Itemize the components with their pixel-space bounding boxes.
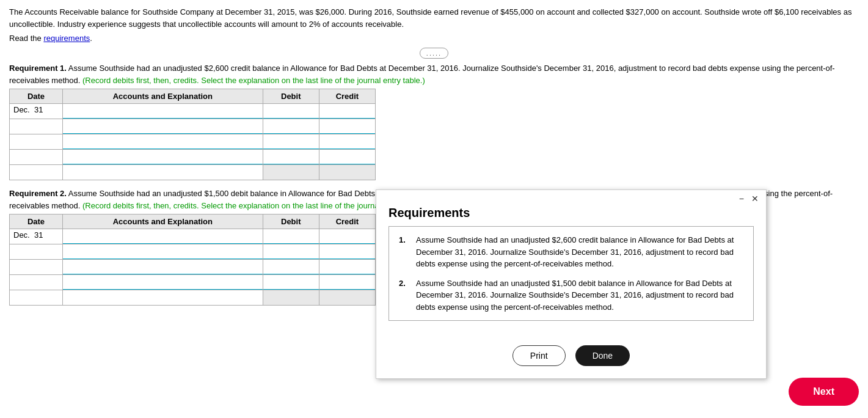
- req-num-1: 1.: [399, 234, 409, 270]
- modal-content: 1. Assume Southside had an unadjusted $2…: [376, 226, 766, 345]
- table2-acct-2: [63, 244, 263, 260]
- table1-debit-1: [263, 104, 319, 119]
- close-button[interactable]: ✕: [750, 194, 760, 204]
- print-button[interactable]: Print: [512, 345, 566, 366]
- journal-table-2: Date Accounts and Explanation Debit Cred…: [9, 214, 376, 306]
- table-row: Dec. 31: [10, 104, 376, 119]
- table2-credit-2: [319, 244, 375, 260]
- table1-date-empty-5: [10, 165, 63, 180]
- table1-acct-input-3[interactable]: [63, 134, 263, 149]
- table2-acct-4: [63, 275, 263, 290]
- table2-header-credit: Credit: [319, 215, 375, 229]
- table2-date-empty-5: [10, 290, 63, 306]
- modal-header: − ✕: [376, 190, 766, 204]
- minimize-button[interactable]: −: [738, 194, 745, 204]
- table-row: Dec. 31: [10, 229, 376, 244]
- table2-date-empty-2: [10, 244, 63, 260]
- req-text-1: Assume Southside had an unadjusted $2,60…: [416, 234, 743, 270]
- journal-table-1: Date Accounts and Explanation Debit Cred…: [9, 89, 376, 180]
- table2-debit-2: [263, 244, 319, 260]
- table2-date-empty-3: [10, 260, 63, 275]
- read-requirements-line: Read the requirements.: [9, 34, 859, 43]
- table2-header-accounts: Accounts and Explanation: [63, 215, 263, 229]
- requirement1-text: Requirement 1. Assume Southside had an u…: [9, 62, 858, 86]
- table1-header-date: Date: [10, 89, 63, 104]
- table1-credit-input-2[interactable]: [319, 119, 375, 134]
- table1-credit-3: [319, 134, 375, 150]
- table1-header-accounts: Accounts and Explanation: [63, 89, 263, 104]
- table2-credit-4: [319, 275, 375, 290]
- table1-debit-4: [263, 150, 319, 165]
- table1-debit-input-4[interactable]: [263, 150, 319, 164]
- table2-acct-input-5[interactable]: [63, 290, 263, 305]
- modal-title: Requirements: [376, 204, 766, 226]
- table1-credit-input-4[interactable]: [319, 150, 375, 164]
- table2-credit-input-3[interactable]: [319, 260, 375, 274]
- table1-acct-input-2[interactable]: [63, 119, 263, 134]
- table1-acct-input-4[interactable]: [63, 150, 263, 164]
- table2-date-empty-4: [10, 275, 63, 290]
- req-num-2: 2.: [399, 277, 409, 314]
- table2-acct-input-3[interactable]: [63, 260, 263, 274]
- table1-credit-input-3[interactable]: [319, 134, 375, 149]
- table2-acct-1: [63, 229, 263, 244]
- table-row: [10, 290, 376, 306]
- table1-credit-1: [319, 104, 375, 119]
- table1-acct-4: [63, 150, 263, 165]
- table1-debit-2: [263, 119, 319, 134]
- requirement-item-1: 1. Assume Southside had an unadjusted $2…: [399, 234, 743, 270]
- intro-text: The Accounts Receivable balance for Sout…: [9, 6, 858, 30]
- table1-acct-input-1[interactable]: [63, 104, 263, 119]
- table2-credit-input-2[interactable]: [319, 244, 375, 259]
- table2-acct-input-1[interactable]: [63, 229, 263, 244]
- table1-acct-input-5[interactable]: [63, 165, 263, 180]
- table1-credit-input-1[interactable]: [319, 104, 375, 119]
- table-row: [10, 119, 376, 134]
- table1-acct-3: [63, 134, 263, 150]
- requirements-link[interactable]: requirements: [43, 34, 90, 43]
- table-row: [10, 150, 376, 165]
- table2-debit-input-3[interactable]: [263, 260, 319, 274]
- table2-header-debit: Debit: [263, 215, 319, 229]
- table1-header-credit: Credit: [319, 89, 375, 104]
- modal-footer: Print Done: [376, 345, 766, 378]
- table1-credit-2: [319, 119, 375, 134]
- table2-header-date: Date: [10, 215, 63, 229]
- table2-debit-input-2[interactable]: [263, 244, 319, 259]
- table1-debit-input-1[interactable]: [263, 104, 319, 119]
- table1-debit-input-2[interactable]: [263, 119, 319, 134]
- table-row: [10, 165, 376, 180]
- table2-debit-5: [263, 290, 319, 306]
- table2-credit-input-4[interactable]: [319, 275, 375, 290]
- req-text-2: Assume Southside had an unadjusted $1,50…: [416, 277, 743, 314]
- table2-debit-input-1[interactable]: [263, 229, 319, 244]
- table-row: [10, 244, 376, 260]
- table1-debit-input-3[interactable]: [263, 134, 319, 149]
- table1-acct-2: [63, 119, 263, 134]
- table1-date-cell: Dec. 31: [10, 104, 63, 119]
- next-button[interactable]: Next: [789, 378, 859, 406]
- table2-debit-input-4[interactable]: [263, 275, 319, 290]
- table1-header-debit: Debit: [263, 89, 319, 104]
- table1-date-empty-3: [10, 134, 63, 150]
- table1-date-empty-2: [10, 119, 63, 134]
- table2-debit-4: [263, 275, 319, 290]
- done-button[interactable]: Done: [575, 345, 630, 366]
- table2-debit-3: [263, 260, 319, 275]
- table2-credit-1: [319, 229, 375, 244]
- table1-acct-5: [63, 165, 263, 180]
- table2-acct-input-2[interactable]: [63, 244, 263, 259]
- table-row: [10, 275, 376, 290]
- table2-credit-3: [319, 260, 375, 275]
- table-row: [10, 260, 376, 275]
- table2-acct-input-4[interactable]: [63, 275, 263, 290]
- divider: .....: [9, 48, 859, 59]
- table2-acct-5: [63, 290, 263, 306]
- requirement-item-2: 2. Assume Southside had an unadjusted $1…: [399, 277, 743, 314]
- table1-date-empty-4: [10, 150, 63, 165]
- table1-debit-5: [263, 165, 319, 180]
- requirements-modal: − ✕ Requirements 1. Assume Southside had…: [376, 189, 767, 379]
- table2-credit-5: [319, 290, 375, 306]
- table2-credit-input-1[interactable]: [319, 229, 375, 244]
- table1-debit-3: [263, 134, 319, 150]
